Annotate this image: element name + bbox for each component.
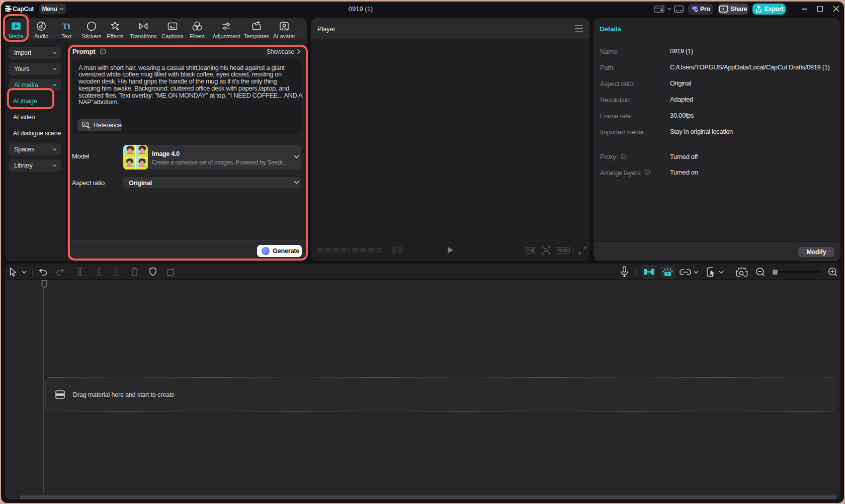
svg-text:?: ? (623, 154, 625, 158)
svg-text:TI: TI (62, 22, 70, 31)
svg-text:?: ? (646, 170, 648, 175)
